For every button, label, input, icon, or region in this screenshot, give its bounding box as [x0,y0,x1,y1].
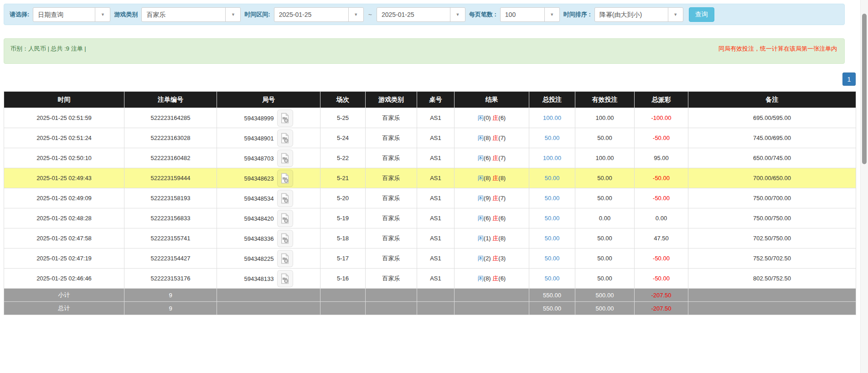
cell-game-category: 百家乐 [366,269,417,289]
cell-time: 2025-01-25 02:48:28 [4,208,124,228]
cell-bet-number: 522223159444 [124,168,217,188]
column-header: 有效投注 [575,92,635,108]
table-row: 2025-01-25 02:47:19522223154427594348225… [4,249,856,269]
time-sort-select[interactable]: 降幂(由大到小) ▼ [594,7,683,22]
cell-result: 闲(9) 庄(7) [455,188,529,208]
page-1-button[interactable]: 1 [842,73,856,86]
time-sort-value: 降幂(由大到小) [595,8,668,21]
scrollbar-thumb[interactable] [862,14,867,164]
game-category-select[interactable]: 百家乐 ▼ [141,7,241,22]
cell-bet-number: 522223160482 [124,148,217,168]
column-header: 总派彩 [635,92,688,108]
cell-payout: 0.00 [635,208,688,228]
cell-valid-bet: 100.00 [575,108,635,128]
cell-table-number: AS1 [417,249,455,269]
video-replay-icon [280,193,290,204]
cell-session: 5-18 [320,228,366,249]
cell-game-category: 百家乐 [366,208,417,228]
video-replay-button[interactable] [277,210,293,227]
video-replay-button[interactable] [277,150,293,167]
video-replay-button[interactable] [277,250,293,267]
cell-game-category: 百家乐 [366,249,417,269]
cell-round-number: 594348336 [217,228,320,249]
cell-total-bet: 50.00 [529,188,575,208]
total-bet-link[interactable]: 50.00 [545,275,560,282]
cell-round-number: 594348133 [217,269,320,289]
total-bet-link[interactable]: 100.00 [543,155,561,161]
subtotal-row: 小计9550.00500.00-207.50 [4,289,856,302]
total-bet-link[interactable]: 50.00 [545,255,560,262]
cell-session: 5-20 [320,188,366,208]
total-bet-link[interactable]: 50.00 [545,195,560,202]
grand-total-payout: -207.50 [635,302,688,315]
chevron-down-icon: ▼ [544,8,559,21]
total-bet-link[interactable]: 100.00 [543,114,561,121]
column-header: 游戏类别 [366,92,417,108]
video-replay-button[interactable] [277,109,293,127]
table-row: 2025-01-25 02:51:59522223164285594348999… [4,108,856,128]
table-row: 2025-01-25 02:51:24522223163028594348901… [4,128,856,148]
cell-game-category: 百家乐 [366,228,417,249]
date-to-select[interactable]: 2025-01-25 ▼ [377,7,465,22]
cell-round-number: 594348901 [217,128,320,148]
subtotal-count: 9 [124,289,217,302]
grand-total-valid-bet: 500.00 [575,302,635,315]
cell-payout: -50.00 [635,269,688,289]
column-header: 结果 [455,92,529,108]
subtotal-label: 小计 [4,289,124,302]
cell-total-bet: 50.00 [529,269,575,289]
query-button[interactable]: 查询 [689,7,714,22]
cell-bet-number: 522223154427 [124,249,217,269]
cell-total-bet: 50.00 [529,208,575,228]
cell-result: 闲(8) 庄(6) [455,269,529,289]
cell-session: 5-22 [320,148,366,168]
total-bet-link[interactable]: 50.00 [545,215,560,222]
vertical-scrollbar[interactable] [860,0,868,373]
table-row: 2025-01-25 02:46:46522223153176594348133… [4,269,856,289]
chevron-down-icon: ▼ [348,8,363,21]
cell-time: 2025-01-25 02:49:43 [4,168,124,188]
table-row: 2025-01-25 02:49:09522223158193594348534… [4,188,856,208]
cell-time: 2025-01-25 02:47:19 [4,249,124,269]
time-range-label: 时间区间: [244,10,270,19]
video-replay-icon [280,233,290,244]
table-row: 2025-01-25 02:47:58522223155741594348336… [4,228,856,249]
cell-game-category: 百家乐 [366,128,417,148]
cell-remark: 750.00/750.00 [688,208,856,228]
cell-total-bet: 100.00 [529,148,575,168]
cell-round-number: 594348534 [217,188,320,208]
video-replay-button[interactable] [277,230,293,247]
cell-payout: -50.00 [635,168,688,188]
table-body: 2025-01-25 02:51:59522223164285594348999… [4,108,856,315]
video-replay-button[interactable] [277,130,293,147]
date-from-select[interactable]: 2025-01-25 ▼ [274,7,364,22]
cell-session: 5-17 [320,249,366,269]
time-sort-label: 时间排序 : [563,10,591,19]
page-size-select[interactable]: 100 ▼ [500,7,560,22]
total-bet-link[interactable]: 50.00 [545,235,560,242]
grand-total-total-bet: 550.00 [529,302,575,315]
cell-valid-bet: 50.00 [575,249,635,269]
cell-valid-bet: 50.00 [575,188,635,208]
total-bet-link[interactable]: 50.00 [545,175,560,181]
cell-table-number: AS1 [417,269,455,289]
video-replay-button[interactable] [277,270,293,287]
subtotal-valid-bet: 500.00 [575,289,635,302]
cell-session: 5-16 [320,269,366,289]
total-bet-link[interactable]: 50.00 [545,135,560,141]
cell-valid-bet: 50.00 [575,168,635,188]
cell-bet-number: 522223158193 [124,188,217,208]
date-range-separator: ~ [368,11,372,18]
video-replay-button[interactable] [277,190,293,207]
video-replay-button[interactable] [277,170,293,187]
cell-time: 2025-01-25 02:47:58 [4,228,124,249]
grand-total-row: 总计9550.00500.00-207.50 [4,302,856,315]
cell-remark: 752.50/702.50 [688,249,856,269]
query-type-select[interactable]: 日期查询 ▼ [33,7,110,22]
cell-game-category: 百家乐 [366,168,417,188]
same-round-notice: 同局有效投注，统一计算在该局第一张注单内 [718,45,837,63]
cell-bet-number: 522223153176 [124,269,217,289]
cell-time: 2025-01-25 02:50:10 [4,148,124,168]
cell-result: 闲(8) 庄(7) [455,128,529,148]
cell-time: 2025-01-25 02:46:46 [4,269,124,289]
